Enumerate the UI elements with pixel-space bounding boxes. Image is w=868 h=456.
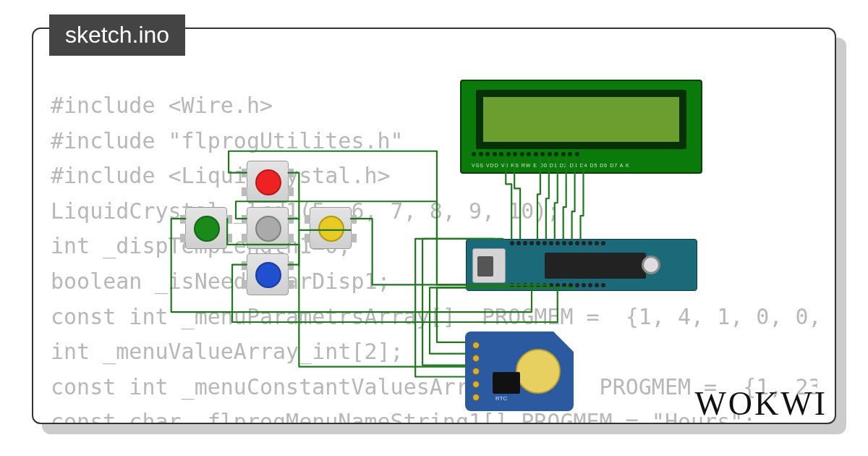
editor-card: #include <Wire.h> #include "flprogUtilit… bbox=[32, 28, 836, 424]
code-preview: #include <Wire.h> #include "flprogUtilit… bbox=[51, 88, 817, 424]
wokwi-logo: WOKWI bbox=[694, 384, 827, 423]
file-tab[interactable]: sketch.ino bbox=[49, 14, 185, 56]
